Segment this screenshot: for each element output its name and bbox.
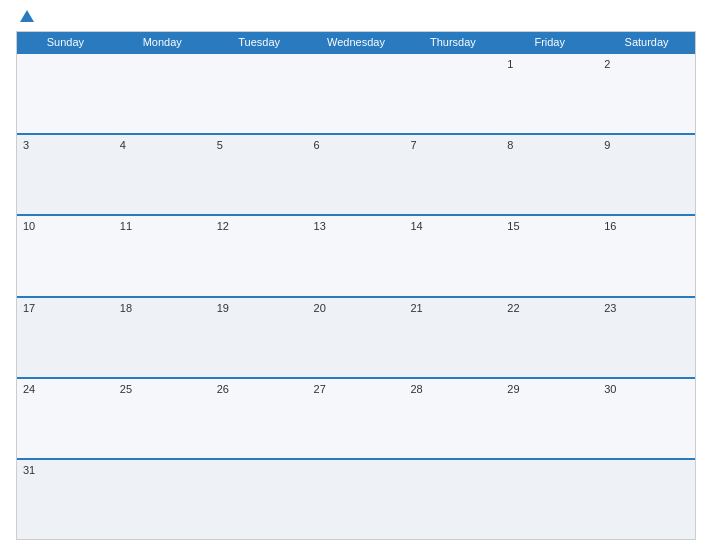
- day-number: 28: [410, 383, 495, 395]
- day-number: 25: [120, 383, 205, 395]
- day-cell: 25: [114, 379, 211, 458]
- day-cell: [598, 460, 695, 539]
- day-number: 8: [507, 139, 592, 151]
- day-number: 30: [604, 383, 689, 395]
- day-number: 15: [507, 220, 592, 232]
- day-cell: [308, 54, 405, 133]
- day-number: 4: [120, 139, 205, 151]
- day-number: 14: [410, 220, 495, 232]
- day-cell: [17, 54, 114, 133]
- week-row-2: 3456789: [17, 133, 695, 214]
- day-cell: [211, 460, 308, 539]
- week-row-5: 24252627282930: [17, 377, 695, 458]
- logo: [16, 10, 34, 23]
- day-number: 6: [314, 139, 399, 151]
- day-number: 9: [604, 139, 689, 151]
- day-cell: 26: [211, 379, 308, 458]
- calendar: SundayMondayTuesdayWednesdayThursdayFrid…: [16, 31, 696, 540]
- day-number: 24: [23, 383, 108, 395]
- day-header-monday: Monday: [114, 32, 211, 52]
- day-cell: 1: [501, 54, 598, 133]
- day-cell: [501, 460, 598, 539]
- week-row-6: 31: [17, 458, 695, 539]
- day-number: 5: [217, 139, 302, 151]
- day-cell: 17: [17, 298, 114, 377]
- day-cell: 7: [404, 135, 501, 214]
- day-cell: 29: [501, 379, 598, 458]
- day-cell: 30: [598, 379, 695, 458]
- day-cell: 19: [211, 298, 308, 377]
- day-number: 29: [507, 383, 592, 395]
- day-number: 12: [217, 220, 302, 232]
- day-cell: 15: [501, 216, 598, 295]
- day-number: 16: [604, 220, 689, 232]
- day-cell: 14: [404, 216, 501, 295]
- day-number: 3: [23, 139, 108, 151]
- week-row-4: 17181920212223: [17, 296, 695, 377]
- day-number: 22: [507, 302, 592, 314]
- days-header: SundayMondayTuesdayWednesdayThursdayFrid…: [17, 32, 695, 52]
- day-cell: 4: [114, 135, 211, 214]
- day-number: 1: [507, 58, 592, 70]
- day-cell: 28: [404, 379, 501, 458]
- day-number: 19: [217, 302, 302, 314]
- day-cell: 27: [308, 379, 405, 458]
- day-number: 17: [23, 302, 108, 314]
- day-number: 31: [23, 464, 108, 476]
- day-cell: 2: [598, 54, 695, 133]
- day-cell: 21: [404, 298, 501, 377]
- day-cell: 5: [211, 135, 308, 214]
- day-cell: 22: [501, 298, 598, 377]
- day-number: 7: [410, 139, 495, 151]
- day-cell: 31: [17, 460, 114, 539]
- day-header-wednesday: Wednesday: [308, 32, 405, 52]
- day-cell: 24: [17, 379, 114, 458]
- day-cell: [114, 54, 211, 133]
- day-number: 13: [314, 220, 399, 232]
- day-cell: 13: [308, 216, 405, 295]
- day-number: 23: [604, 302, 689, 314]
- day-cell: [308, 460, 405, 539]
- day-number: 21: [410, 302, 495, 314]
- day-cell: 9: [598, 135, 695, 214]
- day-number: 2: [604, 58, 689, 70]
- day-cell: 3: [17, 135, 114, 214]
- day-header-sunday: Sunday: [17, 32, 114, 52]
- day-cell: 11: [114, 216, 211, 295]
- day-number: 27: [314, 383, 399, 395]
- day-number: 10: [23, 220, 108, 232]
- day-header-tuesday: Tuesday: [211, 32, 308, 52]
- day-cell: 18: [114, 298, 211, 377]
- day-header-friday: Friday: [501, 32, 598, 52]
- day-cell: 12: [211, 216, 308, 295]
- week-row-3: 10111213141516: [17, 214, 695, 295]
- day-cell: 23: [598, 298, 695, 377]
- day-number: 26: [217, 383, 302, 395]
- weeks-container: 1234567891011121314151617181920212223242…: [17, 52, 695, 539]
- day-cell: 10: [17, 216, 114, 295]
- logo-triangle-icon: [20, 10, 34, 22]
- day-cell: [404, 460, 501, 539]
- day-number: 20: [314, 302, 399, 314]
- day-number: 18: [120, 302, 205, 314]
- day-cell: [114, 460, 211, 539]
- day-header-saturday: Saturday: [598, 32, 695, 52]
- day-number: 11: [120, 220, 205, 232]
- week-row-1: 12: [17, 52, 695, 133]
- header: [16, 10, 696, 23]
- day-cell: 6: [308, 135, 405, 214]
- day-cell: [404, 54, 501, 133]
- day-cell: 20: [308, 298, 405, 377]
- day-cell: 16: [598, 216, 695, 295]
- day-cell: 8: [501, 135, 598, 214]
- day-header-thursday: Thursday: [404, 32, 501, 52]
- page: SundayMondayTuesdayWednesdayThursdayFrid…: [0, 0, 712, 550]
- day-cell: [211, 54, 308, 133]
